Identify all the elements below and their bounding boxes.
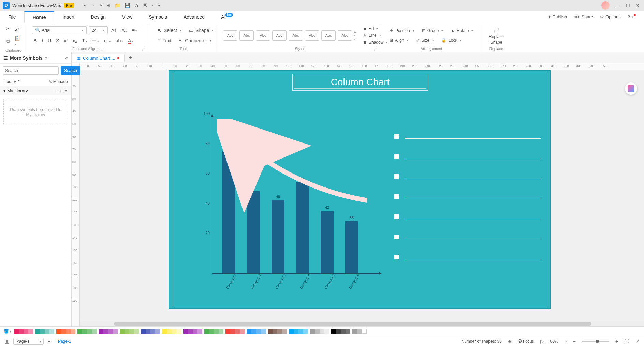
help-button[interactable]: ?▾: [628, 14, 637, 19]
print-icon[interactable]: 🖨: [134, 3, 139, 8]
style-swatch[interactable]: Abc: [239, 30, 254, 41]
page-layout-icon[interactable]: ▥: [5, 339, 9, 344]
manage-link[interactable]: ✎ Manage: [48, 79, 68, 84]
minimize-icon[interactable]: —: [614, 3, 623, 8]
fill-bucket-icon[interactable]: 🪣▾: [3, 329, 11, 334]
font-launcher-icon[interactable]: ⤢: [142, 48, 144, 51]
color-swatch[interactable]: [336, 329, 341, 334]
color-swatch[interactable]: [357, 329, 362, 334]
undo-icon[interactable]: ↶: [84, 3, 88, 8]
legend-line[interactable]: [405, 219, 541, 219]
legend-checkbox[interactable]: [394, 174, 399, 179]
align-icon[interactable]: ≡▾: [131, 26, 138, 34]
style-scroll-up[interactable]: ▴: [354, 30, 356, 33]
legend-area[interactable]: [394, 134, 541, 275]
cut-icon[interactable]: ✂: [5, 25, 12, 33]
strike-icon[interactable]: S: [55, 36, 60, 45]
color-swatch[interactable]: [56, 329, 61, 334]
color-swatch[interactable]: [193, 329, 197, 334]
legend-row[interactable]: [394, 255, 541, 259]
increase-font-icon[interactable]: A↑: [110, 26, 118, 34]
font-size-select[interactable]: 24▾: [89, 26, 108, 34]
color-swatch[interactable]: [92, 329, 97, 334]
mylib-dropzone[interactable]: Drag symbols here to add to My Library: [3, 99, 68, 125]
color-swatch[interactable]: [310, 329, 315, 334]
color-swatch[interactable]: [341, 329, 346, 334]
zoom-in-button[interactable]: +: [615, 339, 618, 344]
legend-checkbox[interactable]: [394, 214, 399, 219]
legend-checkbox[interactable]: [394, 154, 399, 159]
add-tab-button[interactable]: +: [125, 54, 136, 61]
color-swatch[interactable]: [315, 329, 320, 334]
color-swatch[interactable]: [225, 329, 230, 334]
legend-line[interactable]: [405, 239, 541, 239]
color-swatch[interactable]: [240, 329, 245, 334]
color-swatch[interactable]: [141, 329, 146, 334]
color-swatch[interactable]: [230, 329, 235, 334]
color-swatch[interactable]: [235, 329, 240, 334]
color-swatch[interactable]: [183, 329, 188, 334]
mylib-import-icon[interactable]: ⇥: [54, 88, 57, 93]
color-swatch[interactable]: [176, 329, 181, 334]
color-swatch[interactable]: [129, 329, 134, 334]
export-dropdown[interactable]: ▾: [152, 4, 154, 7]
color-swatch[interactable]: [282, 329, 287, 334]
styles-launcher-icon[interactable]: ⤢: [374, 48, 376, 51]
color-swatch[interactable]: [155, 329, 160, 334]
qa-more-icon[interactable]: ▾: [158, 3, 160, 8]
style-scroll-down[interactable]: ▾: [354, 33, 356, 37]
presentation-icon[interactable]: ▷: [540, 339, 544, 344]
bar[interactable]: 49: [272, 200, 284, 273]
group-button[interactable]: ⊡ Group▾: [419, 27, 446, 34]
bar[interactable]: 35: [345, 221, 358, 273]
color-swatch[interactable]: [277, 329, 282, 334]
list-icon[interactable]: ≔▾: [102, 36, 112, 45]
color-swatch[interactable]: [268, 329, 273, 334]
color-swatch[interactable]: [24, 329, 28, 334]
legend-row[interactable]: [394, 134, 541, 139]
color-swatch[interactable]: [113, 329, 118, 334]
color-swatch[interactable]: [87, 329, 92, 334]
color-swatch[interactable]: [219, 329, 223, 334]
color-swatch[interactable]: [28, 329, 33, 334]
color-swatch[interactable]: [331, 329, 336, 334]
style-swatch[interactable]: Abc: [272, 30, 287, 41]
font-color-icon[interactable]: A▾: [127, 36, 135, 45]
legend-row[interactable]: [394, 194, 541, 199]
bar[interactable]: 55: [247, 191, 260, 273]
copy-icon[interactable]: ⧉: [5, 37, 11, 45]
legend-checkbox[interactable]: [394, 134, 399, 139]
page-tab[interactable]: Page-1: [55, 339, 75, 344]
style-swatch[interactable]: Abc: [338, 30, 352, 41]
color-swatch[interactable]: [66, 329, 71, 334]
export-icon[interactable]: ⇱: [143, 3, 147, 8]
library-link[interactable]: Library ⌃: [3, 79, 20, 84]
color-swatch[interactable]: [61, 329, 66, 334]
maximize-icon[interactable]: ☐: [624, 3, 632, 8]
search-button[interactable]: Search: [61, 66, 80, 75]
legend-line[interactable]: [405, 179, 541, 179]
canvas[interactable]: Column Chart 20406080100 825549614235 Ca…: [80, 70, 644, 321]
bar[interactable]: 82: [222, 151, 235, 273]
color-swatch[interactable]: [150, 329, 155, 334]
color-swatch[interactable]: [324, 329, 329, 334]
format-painter-icon[interactable]: 🖌: [14, 25, 21, 33]
fit-page-icon[interactable]: ⛶: [624, 339, 629, 344]
select-tool[interactable]: ↖ Select▾: [155, 26, 184, 34]
rotate-button[interactable]: ▲ Rotate▾: [448, 27, 476, 34]
menu-symbols[interactable]: Symbols: [141, 11, 175, 23]
color-swatch[interactable]: [71, 329, 75, 334]
color-swatch[interactable]: [197, 329, 202, 334]
color-swatch[interactable]: [162, 329, 167, 334]
fullscreen-icon[interactable]: ⤢: [635, 339, 639, 344]
color-swatch[interactable]: [209, 329, 214, 334]
color-swatch[interactable]: [77, 329, 82, 334]
color-swatch[interactable]: [352, 329, 357, 334]
layers-icon[interactable]: ◈: [508, 339, 512, 344]
lock-button[interactable]: 🔒 Lock▾: [439, 36, 464, 44]
focus-button[interactable]: ⦿ Focus: [518, 339, 534, 344]
save-icon[interactable]: 💾: [125, 3, 130, 8]
style-expand[interactable]: ▾: [354, 37, 356, 41]
color-swatch[interactable]: [251, 329, 256, 334]
bar[interactable]: 42: [321, 211, 334, 273]
